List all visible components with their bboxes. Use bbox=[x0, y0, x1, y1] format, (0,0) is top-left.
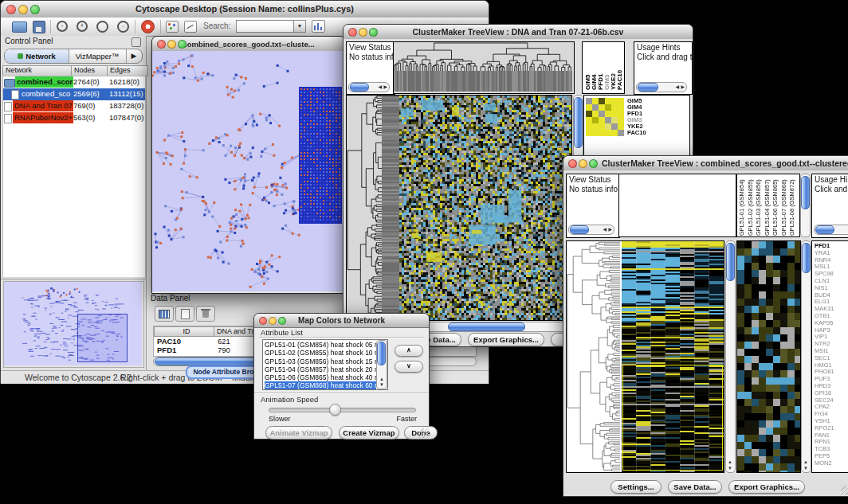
minimize-icon[interactable] bbox=[167, 40, 176, 49]
resize-grip[interactable] bbox=[841, 486, 848, 495]
delete-attribute-button[interactable] bbox=[196, 306, 215, 322]
annotation-icon[interactable] bbox=[184, 21, 197, 33]
zoom-window-icon[interactable] bbox=[589, 159, 598, 168]
open-icon[interactable] bbox=[12, 21, 27, 33]
close-icon[interactable] bbox=[568, 159, 577, 168]
export-graphics-button[interactable]: Export Graphics... bbox=[468, 333, 544, 346]
animate-vizmap-button[interactable]: Animate Vizmap bbox=[265, 426, 332, 440]
tabs-overflow-arrow-icon[interactable]: ▶ bbox=[126, 49, 142, 63]
main-window-title: Cytoscape Desktop (Session Name: collins… bbox=[135, 4, 354, 14]
network-row[interactable]: RNAPuberNov2+! 563(0) 107847(0) bbox=[3, 112, 145, 124]
tab-vizmapper[interactable]: VizMapper™ bbox=[69, 49, 127, 63]
scrollbar-thumb[interactable] bbox=[448, 322, 525, 331]
treeview-combined-title-bar[interactable]: ClusterMaker TreeView : combined_scores_… bbox=[563, 156, 848, 171]
attribute-browser-icon[interactable] bbox=[312, 20, 325, 33]
animation-speed-slider[interactable] bbox=[269, 408, 416, 412]
control-panel-float-icon[interactable] bbox=[132, 37, 141, 47]
settings-button[interactable]: Settings... bbox=[610, 480, 662, 494]
close-icon[interactable] bbox=[348, 28, 357, 37]
scrollbar-thumb[interactable] bbox=[574, 97, 583, 148]
attribute-list[interactable]: GPL51-01 (GSM854) heat shock 05 minGPL51… bbox=[262, 339, 388, 390]
zoom-selected-icon[interactable]: ▫ bbox=[117, 21, 129, 33]
main-title-bar[interactable]: Cytoscape Desktop (Session Name: collins… bbox=[1, 1, 489, 18]
zoom-window-icon[interactable] bbox=[178, 40, 186, 49]
column-dendrogram[interactable] bbox=[618, 174, 736, 237]
search-dropdown-arrow-icon[interactable]: ▼ bbox=[293, 20, 306, 33]
attribute-list-vscrollbar[interactable]: ▲▼ bbox=[376, 340, 387, 389]
export-graphics-button[interactable]: Export Graphics... bbox=[728, 480, 805, 494]
usage-hints-hscrollbar[interactable]: ◀▶ bbox=[636, 82, 687, 92]
heatmap-main[interactable] bbox=[399, 95, 572, 321]
dialog-title-bar[interactable]: Map Colors to Network bbox=[254, 314, 429, 328]
row-dendrogram[interactable] bbox=[346, 95, 399, 321]
network-view-title-bar[interactable]: combined_scores_good.txt--cluste... bbox=[152, 37, 345, 52]
search-input[interactable] bbox=[236, 20, 295, 33]
move-down-button[interactable]: ∨ bbox=[395, 361, 423, 373]
network-row-selected[interactable]: combined_sco 2569(6) 13112(15) bbox=[3, 88, 145, 100]
attribute-item[interactable]: GPL51-04 (GSM857) heat shock 20 min bbox=[265, 365, 376, 373]
zoom-vscrollbar[interactable]: ▲▼ bbox=[801, 240, 811, 473]
heatmap-vscrollbar[interactable]: ▲▼ bbox=[725, 240, 736, 473]
heatmap-main[interactable] bbox=[622, 240, 724, 473]
minimize-icon[interactable] bbox=[359, 28, 367, 37]
minimize-icon[interactable] bbox=[18, 5, 28, 14]
minimize-icon[interactable] bbox=[269, 317, 277, 325]
selected-gene-column-labels: GIM5GIM4PFD1GIM3YKE2PAC10 bbox=[582, 41, 625, 94]
attribute-item[interactable]: GPL51-03 (GSM856) heat shock 15 min bbox=[265, 357, 376, 365]
slider-thumb[interactable] bbox=[329, 404, 341, 416]
data-col-id[interactable]: ID bbox=[154, 326, 217, 337]
scrollbar-thumb[interactable] bbox=[377, 342, 386, 365]
scrollbar-thumb[interactable] bbox=[726, 243, 735, 281]
treeview-dna-title-bar[interactable]: ClusterMaker TreeView : DNA and Tran 07-… bbox=[344, 25, 693, 40]
zoom-in-icon[interactable]: + bbox=[77, 21, 88, 32]
minimize-icon[interactable] bbox=[579, 159, 587, 168]
heatmap-zoom-panel[interactable] bbox=[736, 240, 801, 473]
gene-label[interactable]: MON2 bbox=[815, 460, 834, 467]
attribute-item[interactable]: GPL51-06 (GSM865) heat shock 40 min bbox=[265, 373, 376, 381]
close-icon[interactable] bbox=[157, 40, 166, 49]
resize-grip[interactable] bbox=[418, 428, 428, 438]
attribute-item[interactable]: GPL51-01 (GSM854) heat shock 05 min bbox=[265, 341, 376, 349]
move-up-button[interactable]: ∧ bbox=[395, 345, 423, 357]
view-status-hscrollbar[interactable]: ◀▶ bbox=[568, 225, 614, 235]
attribute-select-button[interactable] bbox=[155, 306, 174, 322]
network-overview[interactable] bbox=[3, 281, 144, 368]
zoom-window-icon[interactable] bbox=[369, 28, 378, 37]
data-row-id[interactable]: PAC10 bbox=[155, 337, 213, 346]
save-icon[interactable] bbox=[33, 21, 45, 33]
usage-hints-hscrollbar[interactable] bbox=[814, 225, 848, 235]
create-vizmap-button[interactable]: Create Vizmap bbox=[339, 426, 399, 440]
attribute-item[interactable]: GPL51-07 (GSM868) heat shock 60 min bbox=[265, 381, 376, 389]
data-row-id[interactable]: PFD1 bbox=[155, 346, 213, 354]
network-name: combined_sco bbox=[20, 88, 73, 100]
tab-network[interactable]: Network bbox=[5, 49, 69, 63]
column-dendrogram[interactable] bbox=[393, 41, 575, 94]
help-lifering-icon[interactable] bbox=[141, 20, 155, 33]
col-header-edges[interactable]: Edges bbox=[107, 65, 148, 76]
zoom-out-icon[interactable]: - bbox=[57, 21, 68, 32]
scrollbar-thumb[interactable] bbox=[802, 243, 811, 273]
view-status-hscrollbar[interactable]: ◀▶ bbox=[348, 82, 390, 92]
new-attribute-button[interactable] bbox=[175, 306, 194, 322]
row-dendrogram[interactable] bbox=[566, 240, 622, 473]
network-row[interactable]: combined_scores_ 2764(0) 16218(0) bbox=[3, 76, 145, 88]
zoom-fit-icon[interactable] bbox=[96, 21, 108, 33]
gene-column-label: YKE2 bbox=[610, 44, 616, 90]
network-row[interactable]: DNA and Tran 07 769(0) 183728(0) bbox=[3, 100, 145, 112]
zoom-window-icon[interactable] bbox=[30, 5, 40, 14]
network-canvas-area[interactable] bbox=[152, 51, 345, 291]
vizmapper-icon[interactable] bbox=[166, 21, 179, 33]
close-icon[interactable] bbox=[6, 5, 16, 14]
zoom-window-icon[interactable] bbox=[278, 317, 286, 325]
overview-divider[interactable] bbox=[1, 277, 146, 280]
scrollbar-thumb[interactable] bbox=[801, 176, 810, 209]
save-data-button[interactable]: Save Data... bbox=[668, 480, 722, 494]
col-header-network[interactable]: Network bbox=[2, 65, 74, 76]
gene-row-label[interactable]: PAC10 bbox=[627, 130, 646, 136]
attribute-item[interactable]: GPL51-02 (GSM855) heat shock 10 min bbox=[265, 349, 376, 357]
network-nodes: 2764(0) bbox=[72, 76, 109, 88]
desktop: Cytoscape Desktop (Session Name: collins… bbox=[0, 0, 848, 504]
columns-vscrollbar[interactable] bbox=[800, 174, 811, 237]
close-icon[interactable] bbox=[259, 317, 267, 325]
col-header-nodes[interactable]: Nodes bbox=[71, 65, 110, 76]
